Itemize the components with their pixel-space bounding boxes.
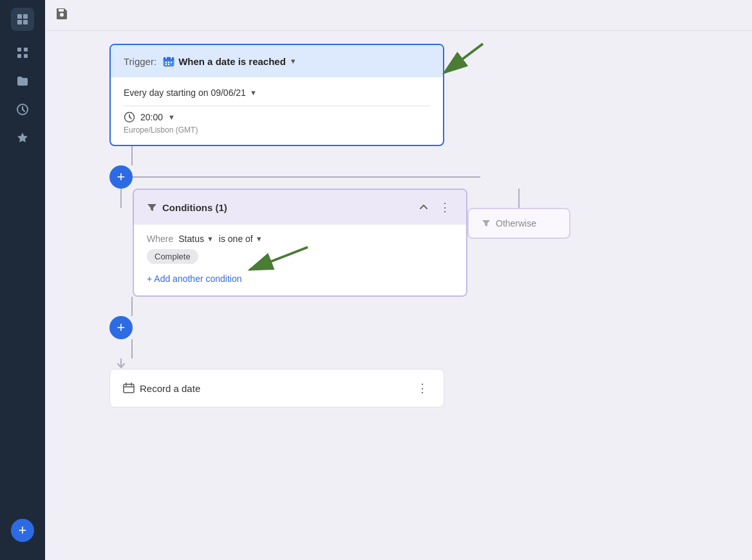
trigger-label: Trigger: (124, 56, 156, 67)
conditions-collapse-button[interactable] (416, 201, 431, 214)
branch-columns: Conditions (1) ⋮ (109, 189, 496, 297)
trigger-card: Trigger: When a (109, 44, 444, 146)
connector-3 (120, 297, 144, 316)
time-icon (124, 111, 135, 123)
record-menu-button[interactable]: ⋮ (414, 380, 431, 397)
schedule-dropdown-arrow: ▼ (250, 89, 257, 97)
schedule-text: Every day starting on 09/06/21 (124, 88, 246, 98)
trigger-header: Trigger: When a (111, 45, 443, 77)
svg-rect-6 (17, 54, 21, 58)
condition-row-1: Where Status ▼ is one of ▼ (147, 234, 453, 244)
flow-container: Trigger: When a (109, 44, 496, 407)
chevron-up-icon (418, 202, 429, 212)
sidebar-icon-grid[interactable] (11, 41, 34, 64)
trigger-schedule[interactable]: Every day starting on 09/06/21 ▼ (124, 88, 430, 98)
svg-rect-21 (124, 384, 134, 393)
condition-field-select[interactable]: Status ▼ (178, 234, 214, 244)
vline-1 (131, 146, 133, 165)
where-label: Where (147, 234, 173, 244)
canvas: Trigger: When a (45, 31, 752, 560)
time-dropdown-arrow: ▼ (168, 113, 175, 121)
sidebar: + (0, 0, 45, 560)
svg-rect-14 (165, 62, 167, 63)
main-panel: Trigger: When a (45, 0, 752, 560)
sidebar-icon-star[interactable] (11, 126, 34, 149)
arrow-down (117, 359, 125, 369)
svg-rect-3 (23, 20, 28, 24)
otherwise-column: Otherwise (467, 189, 570, 239)
vline-otherwise (518, 189, 520, 208)
record-title: Record a date (123, 382, 200, 394)
svg-rect-7 (24, 54, 28, 58)
svg-rect-11 (164, 57, 174, 61)
operator-dropdown-arrow: ▼ (256, 235, 263, 243)
trigger-value-text: When a date is reached (178, 56, 286, 67)
trigger-time[interactable]: 20:00 ▼ (124, 111, 430, 123)
add-condition-button[interactable]: + Add another condition (147, 271, 242, 286)
conditions-title-text: Conditions (1) (162, 202, 227, 213)
branch-add-row: + (109, 165, 496, 189)
svg-rect-1 (23, 14, 28, 19)
otherwise-label: Otherwise (496, 218, 536, 229)
add-row-2: + (109, 316, 133, 339)
conditions-menu-button[interactable]: ⋮ (437, 199, 453, 216)
left-connector (109, 189, 133, 208)
topbar-save-icon[interactable] (55, 7, 68, 23)
conditions-header: Conditions (1) ⋮ (134, 190, 466, 225)
trigger-dropdown-arrow: ▼ (290, 57, 297, 65)
svg-rect-4 (17, 48, 21, 51)
conditions-body: Where Status ▼ is one of ▼ (134, 225, 466, 295)
svg-rect-16 (171, 62, 172, 63)
svg-rect-15 (168, 62, 169, 63)
topbar (45, 0, 752, 31)
arrow-down-icon (117, 359, 125, 369)
vline-5 (131, 339, 133, 359)
conditions-column: Conditions (1) ⋮ (133, 189, 467, 297)
record-card: Record a date ⋮ (109, 369, 444, 407)
sidebar-add-button[interactable]: + (11, 519, 34, 542)
svg-rect-5 (24, 48, 28, 51)
connector-4 (120, 339, 144, 359)
add-step-button[interactable]: + (109, 165, 133, 189)
condition-value-badge: Complete (147, 249, 198, 264)
filter-icon (147, 202, 157, 212)
svg-rect-2 (17, 20, 22, 24)
record-label: Record a date (140, 383, 200, 394)
svg-rect-18 (168, 64, 169, 65)
condition-operator-select[interactable]: is one of ▼ (219, 234, 263, 244)
conditions-card: Conditions (1) ⋮ (133, 189, 467, 297)
otherwise-card: Otherwise (467, 208, 570, 239)
add-step-button-2[interactable]: + (109, 316, 133, 339)
calendar-icon (163, 55, 174, 67)
time-value: 20:00 (140, 112, 163, 122)
trigger-body: Every day starting on 09/06/21 ▼ 20:00 ▼… (111, 77, 443, 145)
trigger-timezone: Europe/Lisbon (GMT) (124, 126, 430, 135)
conditions-actions: ⋮ (416, 199, 453, 216)
hline-branch (133, 176, 480, 178)
trigger-divider (124, 106, 430, 106)
record-calendar-icon (123, 382, 135, 394)
conditions-title: Conditions (1) (147, 202, 227, 213)
trigger-value[interactable]: When a date is reached ▼ (163, 55, 297, 67)
vline-4 (131, 297, 133, 316)
svg-rect-17 (165, 64, 167, 65)
svg-rect-0 (17, 14, 22, 19)
otherwise-filter-icon (482, 219, 491, 228)
logo (11, 8, 34, 31)
connector-1 (120, 146, 144, 165)
sidebar-icon-folder[interactable] (11, 70, 34, 93)
add-condition-row: + Add another condition (147, 271, 453, 286)
condition-value-row: Complete (147, 250, 198, 262)
sidebar-icon-clock[interactable] (11, 98, 34, 121)
field-dropdown-arrow: ▼ (207, 235, 214, 243)
vline-2 (120, 189, 122, 208)
